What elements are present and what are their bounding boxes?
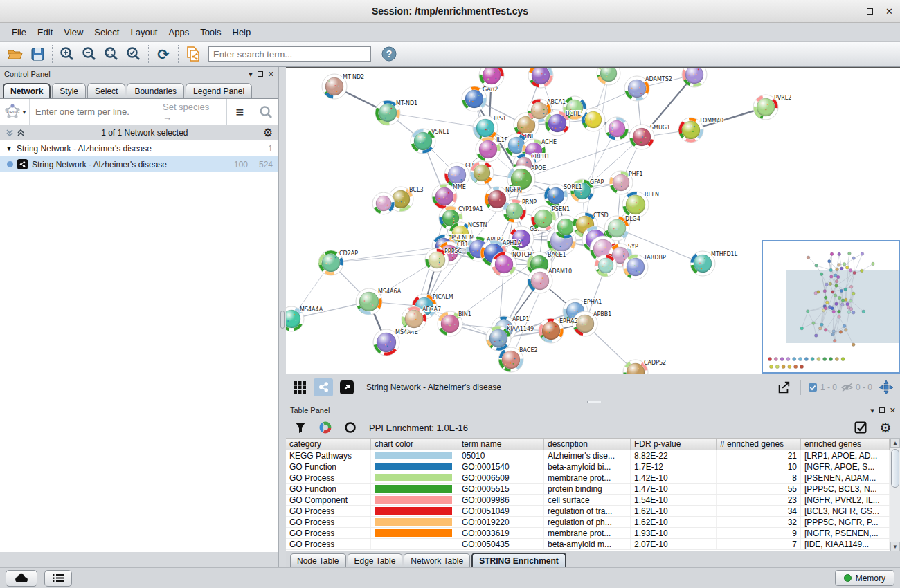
network-node[interactable]: [372, 192, 395, 214]
grid-view-button[interactable]: [290, 378, 309, 396]
column-header-enriched-genes[interactable]: enriched genes: [801, 439, 890, 450]
help-button[interactable]: ?: [378, 44, 400, 64]
table-row[interactable]: GO ProcessGO:0019220regulation of ph...1…: [286, 517, 900, 528]
column-header-fdr-p-value[interactable]: FDR p-value: [631, 439, 717, 450]
network-node[interactable]: [528, 68, 553, 88]
apply-layout-button[interactable]: ⟳: [152, 44, 174, 64]
export-network-button[interactable]: [774, 378, 793, 396]
network-node[interactable]: ADAMTS2: [624, 76, 672, 101]
panel-float-icon[interactable]: [258, 71, 263, 77]
zoom-selected-button[interactable]: [123, 44, 145, 64]
column-header-description[interactable]: description: [544, 439, 631, 450]
menu-apps[interactable]: Apps: [164, 25, 195, 39]
network-node[interactable]: BACE2: [498, 347, 538, 372]
panel-float-icon[interactable]: [879, 407, 885, 413]
tab-legend-panel[interactable]: Legend Panel: [186, 83, 252, 98]
selected-checkbox-icon[interactable]: [808, 383, 818, 392]
network-node[interactable]: MS4A6A: [356, 288, 402, 315]
network-node[interactable]: ABCA7: [402, 306, 441, 331]
table-row[interactable]: GO ProcessGO:0051049regulation of tra...…: [286, 506, 900, 517]
network-node[interactable]: CADPS2: [623, 360, 666, 374]
vertical-splitter[interactable]: [279, 67, 286, 567]
network-node[interactable]: CD2AP: [318, 250, 358, 275]
network-node[interactable]: BCHE: [545, 111, 581, 136]
menu-edit[interactable]: Edit: [33, 25, 57, 39]
network-node[interactable]: TARDBP: [623, 255, 666, 279]
network-node[interactable]: MT-ND1: [375, 100, 417, 125]
network-node[interactable]: BIN1: [438, 311, 471, 336]
table-row[interactable]: KEGG Pathways05010Alzheimer's dise...8.8…: [286, 450, 900, 461]
settings-button[interactable]: ⚙: [876, 419, 894, 436]
table-vertical-scrollbar[interactable]: ▲ ▼: [890, 438, 900, 551]
tab-select[interactable]: Select: [87, 83, 125, 98]
tab-edge-table[interactable]: Edge Table: [348, 553, 403, 567]
scrollbar-thumb[interactable]: [891, 449, 899, 488]
panel-menu-icon[interactable]: ▾: [249, 71, 253, 78]
network-node[interactable]: MS4A4E: [373, 329, 418, 356]
close-button[interactable]: ✕: [885, 6, 893, 17]
gear-icon[interactable]: ⚙: [263, 127, 273, 138]
string-view-button[interactable]: [314, 378, 333, 396]
expand-collapse-icons[interactable]: [6, 128, 26, 138]
network-node[interactable]: [470, 161, 494, 185]
table-row[interactable]: GO ComponentGO:0009986cell surface1.54E-…: [286, 495, 900, 506]
panel-menu-icon[interactable]: ▾: [870, 407, 874, 414]
zoom-out-button[interactable]: [78, 44, 100, 64]
network-node[interactable]: MS4A4A: [286, 306, 323, 331]
column-header-term-name[interactable]: term name: [458, 439, 544, 450]
column-header--enriched-genes[interactable]: # enriched genes: [717, 439, 801, 450]
save-session-button[interactable]: [26, 44, 48, 64]
scroll-up-arrow[interactable]: ▲: [890, 438, 900, 448]
scroll-down-arrow[interactable]: ▼: [890, 542, 900, 551]
table-row[interactable]: GO ProcessGO:0033619membrane prot...1.93…: [286, 528, 900, 539]
splitter-handle[interactable]: [280, 311, 285, 329]
network-node[interactable]: VSNL1: [411, 129, 449, 154]
filter-button[interactable]: [291, 419, 309, 436]
network-row[interactable]: String Network - Alzheimer's disease 100…: [0, 156, 278, 172]
network-node[interactable]: DLG4: [604, 216, 640, 241]
species-hint[interactable]: Set species →: [163, 99, 226, 125]
network-node[interactable]: PHF1: [609, 171, 643, 194]
draw-charts-button[interactable]: [316, 419, 334, 436]
column-header-category[interactable]: category: [286, 439, 371, 450]
menu-select[interactable]: Select: [89, 25, 124, 39]
network-node[interactable]: MME: [432, 184, 466, 209]
tab-style[interactable]: Style: [52, 83, 86, 98]
tab-string-enrichment[interactable]: STRING Enrichment: [471, 553, 566, 567]
string-protein-query-button[interactable]: STRING ▾: [0, 99, 30, 125]
maximize-button[interactable]: [867, 8, 873, 15]
string-search-button[interactable]: [253, 99, 278, 125]
table-row[interactable]: GO FunctionGO:0001540beta-amyloid bi...1…: [286, 461, 900, 472]
birdseye-overview[interactable]: [762, 240, 900, 374]
tab-boundaries[interactable]: Boundaries: [127, 83, 184, 98]
column-header-chart-color[interactable]: chart color: [371, 439, 458, 450]
open-session-button[interactable]: [4, 44, 26, 64]
network-node[interactable]: [595, 255, 617, 277]
zoom-in-button[interactable]: [56, 44, 78, 64]
network-node[interactable]: SMUG1: [629, 125, 670, 149]
network-from-selection-button[interactable]: [182, 44, 204, 64]
menu-layout[interactable]: Layout: [125, 25, 162, 39]
network-node[interactable]: [479, 68, 504, 88]
panel-close-icon[interactable]: ✕: [268, 71, 274, 78]
network-node[interactable]: APBB1: [573, 311, 611, 336]
network-node[interactable]: MT-ND2: [322, 74, 364, 99]
network-node[interactable]: MTHFD1L: [690, 251, 738, 276]
select-terms-button[interactable]: [852, 419, 870, 436]
memory-button[interactable]: Memory: [835, 570, 894, 586]
menu-help[interactable]: Help: [228, 25, 256, 39]
panel-close-icon[interactable]: ✕: [890, 407, 896, 414]
cloud-tasks-button[interactable]: [6, 570, 37, 587]
menu-file[interactable]: File: [7, 25, 31, 39]
table-row[interactable]: GO ProcessGO:0050435beta-amyloid m...2.0…: [286, 539, 900, 550]
tab-network[interactable]: Network: [3, 83, 51, 98]
network-node[interactable]: [597, 68, 620, 85]
task-history-button[interactable]: [44, 570, 72, 587]
string-term-input[interactable]: [30, 99, 163, 125]
network-node[interactable]: [605, 117, 629, 140]
eye-off-icon[interactable]: [841, 383, 853, 392]
menu-view[interactable]: View: [59, 25, 88, 39]
network-node[interactable]: EPHA5: [539, 318, 577, 343]
zoom-fit-button[interactable]: [100, 44, 123, 64]
table-row[interactable]: GO FunctionGO:0005515protein binding1.47…: [286, 484, 900, 495]
